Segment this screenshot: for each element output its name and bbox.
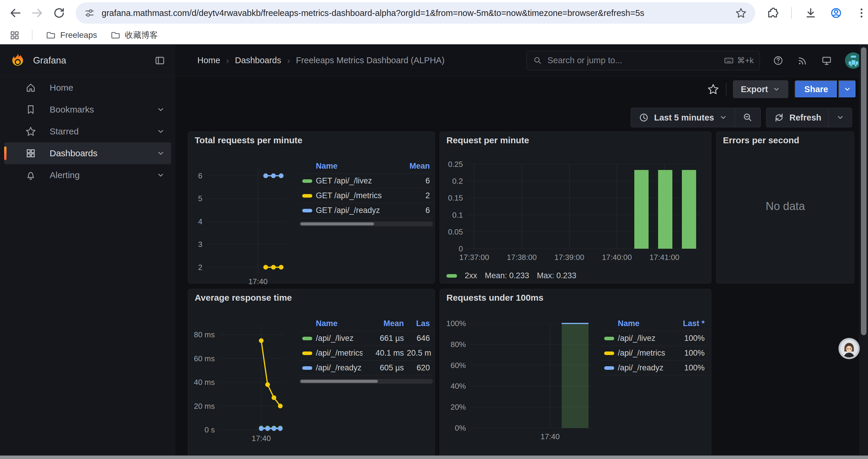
legend-name-cell: /api/_/livez: [316, 334, 363, 343]
legend-name-cell: Name: [618, 319, 675, 328]
sidebar-item-starred[interactable]: Starred: [4, 121, 171, 142]
legend-scrollbar[interactable]: [299, 379, 433, 384]
legend-header-row: NameMeanLas: [299, 316, 433, 331]
downloads-icon[interactable]: [804, 6, 817, 20]
svg-text:0: 0: [459, 244, 463, 253]
svg-text:0.25: 0.25: [448, 160, 463, 169]
zoom-out-icon: [742, 112, 753, 123]
breadcrumb-home[interactable]: Home: [197, 56, 220, 65]
help-icon[interactable]: [772, 55, 784, 66]
floating-assistant-avatar[interactable]: [838, 338, 860, 359]
extensions-icon[interactable]: [766, 6, 779, 20]
zoom-out-button[interactable]: [735, 108, 761, 127]
legend-scrollbar[interactable]: [299, 222, 433, 226]
browser-toolbar: grafana.mathmast.com/d/deytv4rwavabkb/fr…: [0, 0, 868, 26]
reload-icon[interactable]: [53, 6, 66, 20]
address-bar[interactable]: grafana.mathmast.com/d/deytv4rwavabkb/fr…: [75, 2, 755, 24]
series-chip: [302, 165, 312, 168]
legend-row[interactable]: /api/_/livez100%: [601, 331, 708, 346]
favorite-star-icon[interactable]: [707, 83, 719, 95]
chevron-down-icon[interactable]: [156, 170, 166, 180]
sidebar-item-home[interactable]: Home: [4, 77, 171, 99]
svg-text:20%: 20%: [451, 402, 466, 412]
legend-row[interactable]: /api/_/livez661 µs646: [299, 331, 433, 346]
clock-icon: [638, 112, 649, 123]
search-input[interactable]: Search or jump to... ⌘+k: [526, 51, 760, 70]
breadcrumb-dashboards[interactable]: Dashboards: [235, 56, 281, 65]
line-chart-average-response-time[interactable]: 0 s20 ms40 ms60 ms80 ms17:40: [190, 321, 293, 445]
chevron-down-icon[interactable]: [156, 126, 166, 136]
apps-grid-icon[interactable]: [9, 30, 20, 41]
panel-title[interactable]: Average response time: [195, 293, 292, 303]
svg-text:60 ms: 60 ms: [194, 354, 215, 363]
legend-row[interactable]: GET /api/_/metrics2: [299, 189, 433, 203]
refresh-interval-dropdown[interactable]: [829, 108, 852, 127]
shortcut-label: ⌘+k: [737, 56, 754, 65]
panel-title[interactable]: Requests under 100ms: [446, 293, 543, 303]
legend-name-cell: GET /api/_/livez: [316, 176, 408, 186]
vertical-scrollbar[interactable]: [859, 44, 868, 459]
share-button[interactable]: Share: [795, 80, 838, 98]
sidebar-item-bookmarks[interactable]: Bookmarks: [4, 99, 171, 121]
legend-name-cell: /api/_/metrics: [618, 349, 675, 358]
scrollbar-thumb[interactable]: [301, 222, 374, 225]
panel-title[interactable]: Errors per second: [723, 135, 799, 145]
bookmark-folder-freeleaps[interactable]: Freeleaps: [45, 30, 97, 40]
brand-row: Grafana: [0, 44, 176, 77]
url-text[interactable]: grafana.mathmast.com/d/deytv4rwavabkb/fr…: [102, 8, 735, 18]
legend-name-cell: /api/_/livez: [618, 334, 675, 343]
legend-value-cell: 6: [408, 176, 433, 186]
legend-value-cell: 605 µs: [363, 363, 407, 372]
grafana-logo[interactable]: [10, 53, 25, 68]
chevron-down-icon[interactable]: [156, 104, 166, 114]
svg-text:17:41:00: 17:41:00: [649, 253, 679, 262]
legend-row[interactable]: GET /api/_/readyz6: [299, 203, 433, 218]
share-dropdown-button[interactable]: [838, 80, 856, 98]
svg-text:0.05: 0.05: [448, 227, 463, 236]
refresh-icon: [773, 112, 785, 123]
scrollbar-thumb[interactable]: [301, 380, 378, 383]
sidebar-toggle-icon[interactable]: [154, 55, 166, 66]
legend-header-row: NameMean: [299, 159, 433, 174]
legend-value-cell: 661 µs: [363, 334, 407, 343]
bookmark-star-icon[interactable]: [735, 7, 747, 19]
chevron-down-icon[interactable]: [156, 148, 166, 158]
panel-title[interactable]: Total requests per minute: [195, 135, 303, 145]
series-max: Max: 0.233: [537, 271, 577, 280]
news-rss-icon[interactable]: [797, 55, 808, 66]
forward-icon[interactable]: [31, 6, 44, 20]
panel-title[interactable]: Request per minute: [446, 135, 529, 145]
svg-text:0.1: 0.1: [452, 210, 463, 220]
bell-icon: [25, 169, 37, 181]
legend-row[interactable]: GET /api/_/livez6: [299, 174, 433, 189]
legend-row[interactable]: /api/_/metrics40.1 ms20.5 m: [299, 346, 433, 361]
series-chip: [604, 366, 614, 370]
legend-name-cell: Name: [316, 319, 363, 328]
chart-legend[interactable]: 2xx Mean: 0.233 Max: 0.233: [446, 271, 577, 280]
scrollbar-thumb[interactable]: [861, 47, 867, 335]
back-icon[interactable]: [9, 6, 22, 20]
browser-profile-icon[interactable]: [830, 6, 843, 20]
bar-chart-request-per-minute[interactable]: 00.050.10.150.20.2517:37:0017:38:0017:39…: [444, 160, 706, 263]
sidebar-item-dashboards[interactable]: Dashboards: [4, 142, 171, 164]
bar-chart-requests-under-100ms[interactable]: 0%20%40%60%80%100%17:40: [445, 319, 598, 443]
chevron-down-icon: [836, 113, 845, 122]
legend-row[interactable]: /api/_/readyz605 µs620: [299, 361, 433, 375]
bookmark-folder-blogs[interactable]: 收藏博客: [110, 30, 158, 41]
export-button[interactable]: Export: [733, 80, 788, 98]
line-chart-total-requests[interactable]: 2345617:40: [191, 163, 289, 287]
time-range-picker[interactable]: Last 5 minutes: [631, 108, 735, 127]
monitor-icon[interactable]: [821, 55, 833, 66]
legend-row[interactable]: /api/_/metrics100%: [601, 346, 708, 361]
home-icon: [25, 82, 37, 94]
legend-header-row: NameLast *: [601, 316, 708, 331]
legend-row[interactable]: /api/_/readyz100%: [601, 361, 708, 375]
browser-menu-icon[interactable]: [855, 6, 868, 20]
svg-text:0.2: 0.2: [452, 177, 463, 186]
refresh-button[interactable]: Refresh: [766, 108, 829, 127]
sidebar-item-alerting[interactable]: Alerting: [4, 164, 171, 186]
site-settings-icon[interactable]: [84, 7, 95, 19]
series-mean: Mean: 0.233: [485, 271, 529, 280]
horizontal-scrollbar[interactable]: [0, 455, 868, 459]
legend-value-cell: 6: [408, 206, 433, 215]
